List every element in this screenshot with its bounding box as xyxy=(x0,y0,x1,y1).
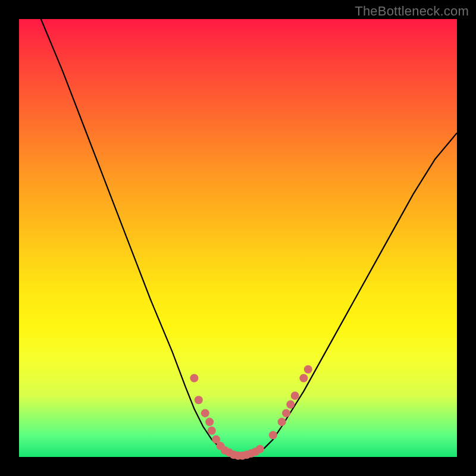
curve-dot xyxy=(286,400,295,409)
curve-dots-group xyxy=(190,365,312,460)
curve-dot xyxy=(299,374,308,383)
curve-dot xyxy=(195,396,203,404)
curve-dot xyxy=(304,365,312,374)
curve-dot xyxy=(269,431,277,439)
curve-dot xyxy=(278,418,286,426)
curve-dot xyxy=(201,409,209,417)
watermark-text: TheBottleneck.com xyxy=(355,4,469,19)
bottleneck-curve-path xyxy=(41,19,457,457)
curve-dot xyxy=(190,374,198,383)
curve-dot xyxy=(282,409,290,417)
curve-dot xyxy=(291,392,299,400)
chart-frame: TheBottleneck.com xyxy=(0,0,476,476)
curve-dot xyxy=(205,418,214,426)
curve-dot xyxy=(256,445,264,453)
curve-dot xyxy=(208,427,216,435)
bottleneck-curve-svg xyxy=(19,19,457,457)
plot-area xyxy=(19,19,457,457)
